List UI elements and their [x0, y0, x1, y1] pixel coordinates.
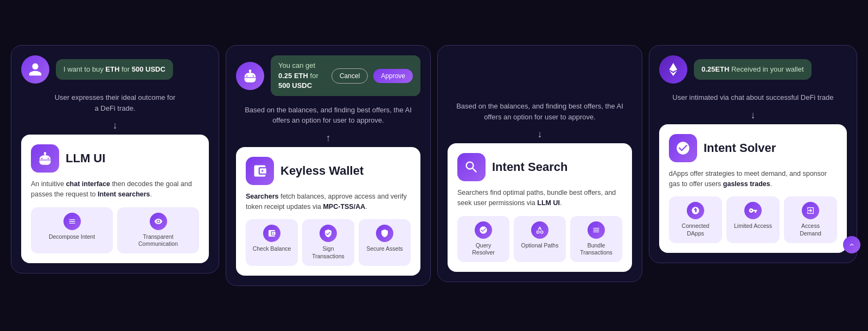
speech-bubble-4: 0.25ETH Received in your wallet	[694, 59, 812, 80]
secure-icon	[376, 225, 393, 242]
outer-card-keyless: You can get 0.25 ETH for 500 USDC Cancel…	[226, 45, 431, 285]
arrow-up-2: ↑	[236, 132, 420, 144]
dapps-svg	[691, 206, 700, 215]
arrow-down-4: ↓	[659, 110, 847, 121]
description-1: User expresses their ideal outcome fora …	[21, 92, 209, 113]
dapps-icon	[687, 202, 704, 219]
middle-top-row: You can get 0.25 ETH for 500 USDC Cancel…	[226, 45, 642, 285]
pill-label-limited: Limited Access	[734, 222, 772, 230]
pill-bundle-transactions: Bundle Transactions	[570, 216, 622, 262]
access-svg	[806, 206, 815, 215]
approve-button[interactable]: Approve	[373, 69, 413, 83]
scroll-up-button[interactable]	[843, 236, 860, 253]
user-icon	[28, 62, 43, 77]
chat-bubble-row-2: You can get 0.25 ETH for 500 USDC Cancel…	[236, 55, 420, 96]
bubble-with-buttons: You can get 0.25 ETH for 500 USDC Cancel…	[278, 61, 413, 91]
pill-access-demand: Access Demand	[784, 196, 837, 243]
description-3: Based on the balances, and finding best …	[448, 101, 632, 122]
pill-query-resolver: Query Resolver	[457, 216, 509, 262]
query-icon	[475, 221, 492, 239]
scroll-up-icon	[848, 241, 856, 249]
key-svg	[749, 206, 757, 215]
eth-avatar	[659, 55, 687, 84]
bundle-icon	[588, 221, 605, 239]
description-4: User intimated via chat about successful…	[659, 92, 847, 103]
wallet-icon	[252, 163, 267, 179]
check-circle-icon	[675, 141, 691, 156]
main-container: I want to buy ETH for 500 USDC User expr…	[11, 45, 857, 285]
paths-icon	[531, 221, 548, 239]
inner-title-3: Intent Search	[492, 160, 567, 174]
inner-card-intent-solver: Intent Solver dApps offer strategies to …	[659, 124, 847, 253]
pill-label-secure: Secure Assets	[366, 245, 403, 253]
pill-decompose-intent: Decompose Intent	[31, 207, 113, 253]
speech-bubble-1: I want to buy ETH for 500 USDC	[56, 59, 173, 80]
inner-title-1: LLM UI	[66, 151, 105, 166]
user-avatar	[21, 55, 49, 84]
column-llm-ui: I want to buy ETH for 500 USDC User expr…	[11, 45, 219, 273]
outer-card-intent-search: Based on the balances, and finding best …	[437, 45, 642, 282]
feature-pills-2: Check Balance Sign Transactions	[246, 219, 411, 265]
intent-solver-icon	[669, 134, 697, 162]
inner-card-header-3: Intent Search	[457, 153, 622, 181]
inner-card-llm-ui: LLM UI An intuitive chat interface then …	[21, 135, 209, 263]
arrow-down-1: ↓	[21, 120, 209, 131]
inner-desc-3: Searchers find optimal paths, bundle bes…	[457, 188, 622, 208]
pill-label-query: Query Resolver	[464, 242, 503, 257]
query-svg	[479, 226, 488, 234]
eth-icon	[666, 62, 681, 77]
pill-connected-dapps: Connected DApps	[669, 196, 722, 243]
speech-bubble-2: You can get 0.25 ETH for 500 USDC Cancel…	[271, 55, 420, 96]
spacer-3	[448, 55, 632, 92]
llm-ui-icon	[31, 144, 59, 173]
pill-label-dapps: Connected DApps	[675, 222, 716, 237]
inner-title-4: Intent Solver	[704, 141, 776, 155]
middle-columns: You can get 0.25 ETH for 500 USDC Cancel…	[226, 45, 642, 285]
keyless-icon	[246, 157, 274, 185]
feature-pills-1: Decompose Intent Transparent Communicati…	[31, 207, 199, 253]
cancel-button[interactable]: Cancel	[331, 68, 368, 84]
pill-label-sign: Sign Transactions	[309, 245, 348, 260]
balance-svg	[267, 229, 276, 238]
feature-pills-4: Connected DApps Limited Access Access De…	[669, 196, 837, 243]
intent-search-icon	[457, 153, 486, 181]
limited-icon	[744, 202, 762, 219]
sign-icon	[320, 225, 337, 242]
transparent-icon	[150, 213, 167, 230]
sign-svg	[324, 229, 333, 238]
inner-card-header-2: Keyless Wallet	[246, 157, 411, 185]
arrow-down-3: ↓	[448, 129, 632, 140]
inner-desc-2: Searchers fetch balances, approve access…	[246, 192, 411, 212]
balance-icon	[263, 225, 280, 242]
secure-svg	[380, 229, 389, 238]
outer-card-llm-ui: I want to buy ETH for 500 USDC User expr…	[11, 45, 219, 273]
pill-sign-transactions: Sign Transactions	[302, 219, 354, 265]
inner-card-header-1: LLM UI	[31, 144, 199, 173]
chat-bubble-row-1: I want to buy ETH for 500 USDC	[21, 55, 209, 84]
robot-icon-2	[242, 68, 258, 84]
search-icon	[464, 160, 479, 175]
pill-optional-paths: Optional Paths	[514, 216, 566, 262]
decompose-svg	[68, 217, 76, 226]
pill-secure-assets: Secure Assets	[359, 219, 411, 265]
decompose-icon	[63, 213, 81, 230]
pill-label-access: Access Demand	[790, 222, 831, 237]
bundle-svg	[592, 226, 601, 234]
robot-icon	[37, 151, 53, 166]
pill-transparent-comm: Transparent Communication	[117, 207, 199, 253]
pill-check-balance: Check Balance	[246, 219, 298, 265]
inner-desc-4: dApps offer strategies to meet demand, a…	[669, 169, 837, 189]
bot-avatar-keyless	[236, 62, 264, 90]
pill-label-bundle: Bundle Transactions	[577, 242, 616, 257]
col-intent-search: Based on the balances, and finding best …	[437, 45, 642, 285]
paths-svg	[535, 226, 544, 234]
inner-card-header-4: Intent Solver	[669, 134, 837, 162]
feature-pills-3: Query Resolver Optional Paths	[457, 216, 622, 262]
access-icon	[802, 202, 819, 219]
inner-card-keyless: Keyless Wallet Searchers fetch balances,…	[236, 147, 420, 276]
inner-desc-1: An intuitive chat interface then decodes…	[31, 179, 199, 200]
pill-label-paths: Optional Paths	[521, 242, 559, 250]
outer-card-intent-solver: 0.25ETH Received in your wallet User int…	[649, 45, 857, 263]
inner-title-2: Keyless Wallet	[280, 164, 363, 178]
bubble-text-2: You can get 0.25 ETH for 500 USDC	[278, 61, 326, 91]
